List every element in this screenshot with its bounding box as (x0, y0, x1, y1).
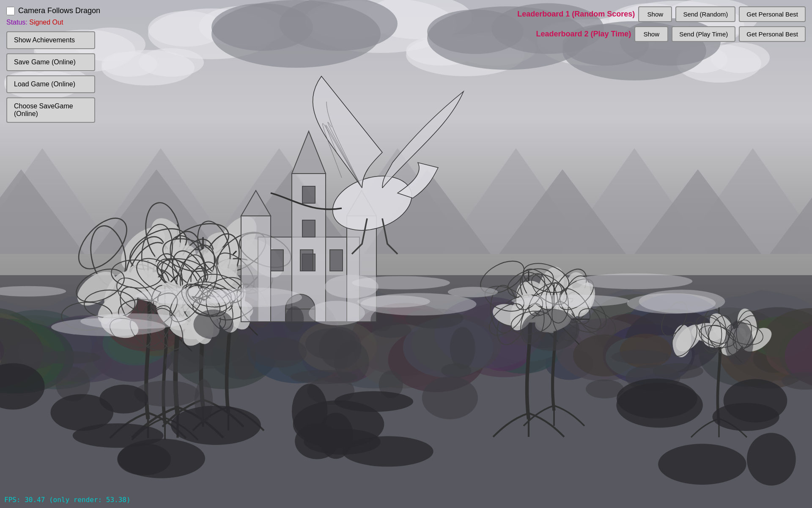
camera-follows-row: Camera Follows Dragon (6, 6, 100, 15)
leaderboard-1-get-best-button[interactable]: Get Personal Best (739, 6, 806, 22)
status-label: Status: (6, 19, 27, 26)
leaderboard-1-send-button[interactable]: Send (Random) (675, 6, 735, 22)
load-game-button[interactable]: Load Game (Online) (6, 75, 95, 93)
leaderboard-1-label: Leaderboard 1 (Random Scores) (517, 10, 635, 19)
leaderboard-panel: Leaderboard 1 (Random Scores) Show Send … (517, 6, 806, 42)
leaderboard-2-show-button[interactable]: Show (634, 26, 668, 42)
status-row: Status: Signed Out (6, 19, 100, 26)
choose-savegame-button[interactable]: Choose SaveGame (Online) (6, 97, 95, 123)
camera-follows-checkbox[interactable] (6, 7, 15, 15)
top-left-panel: Camera Follows Dragon Status: Signed Out… (6, 6, 100, 127)
leaderboard-1-row: Leaderboard 1 (Random Scores) Show Send … (517, 6, 806, 22)
leaderboard-2-send-button[interactable]: Send (Play Time) (672, 26, 735, 42)
save-game-button[interactable]: Save Game (Online) (6, 53, 95, 71)
leaderboard-1-show-button[interactable]: Show (638, 6, 672, 22)
status-value: Signed Out (29, 19, 63, 26)
leaderboard-2-label: Leaderboard 2 (Play Time) (536, 30, 631, 39)
show-achievements-button[interactable]: Show Achievements (6, 31, 95, 49)
leaderboard-2-get-best-button[interactable]: Get Personal Best (739, 26, 806, 42)
leaderboard-2-row: Leaderboard 2 (Play Time) Show Send (Pla… (536, 26, 806, 42)
camera-follows-label: Camera Follows Dragon (18, 6, 100, 15)
